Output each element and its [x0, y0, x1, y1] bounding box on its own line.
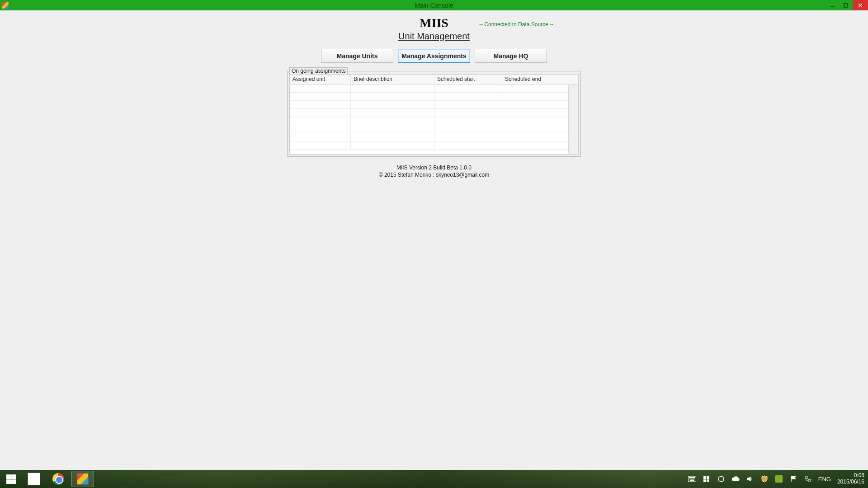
footer-version: MIIS Version 2 Build Beta 1.0.0 — [0, 164, 868, 171]
minimize-icon — [830, 3, 835, 8]
window-title: Main Console — [415, 2, 453, 9]
tray-network-icon[interactable] — [804, 475, 812, 483]
manage-hq-button[interactable]: Manage HQ — [475, 49, 547, 63]
col-scheduled-start[interactable]: Scheduled start — [434, 75, 502, 84]
page-header: MIIS -- Connected to Data Source -- Unit… — [0, 10, 868, 42]
tray-cloud-icon[interactable] — [731, 475, 740, 483]
table-row[interactable] — [290, 141, 568, 150]
svg-rect-15 — [808, 479, 811, 481]
tray-flag-icon[interactable] — [789, 475, 797, 483]
footer-text: MIIS Version 2 Build Beta 1.0.0 © 2015 S… — [0, 164, 868, 178]
manage-hq-label: Manage HQ — [493, 52, 528, 60]
manage-assignments-button[interactable]: Manage Assignments — [398, 49, 470, 63]
grid-header: Assigned unit Brief describtion Schedule… — [290, 75, 578, 84]
chrome-icon — [52, 473, 64, 485]
tray-volume-icon[interactable] — [746, 475, 754, 483]
taskbar-right: ENG 0:06 2015/06/16 — [688, 473, 868, 485]
manage-assignments-label: Manage Assignments — [401, 52, 466, 60]
assignments-grid[interactable]: Assigned unit Brief describtion Schedule… — [289, 74, 579, 155]
table-row[interactable] — [290, 109, 568, 117]
svg-rect-1 — [844, 4, 848, 7]
manage-units-button[interactable]: Manage Units — [321, 49, 393, 63]
connection-status: -- Connected to Data Source -- — [479, 21, 553, 28]
table-row[interactable] — [290, 101, 568, 109]
tab-row: Manage Units Manage Assignments Manage H… — [0, 49, 868, 63]
windows-logo-icon — [6, 474, 16, 484]
manage-units-label: Manage Units — [336, 52, 377, 60]
taskbar-app-filemanager[interactable]: 🗄 — [23, 471, 45, 487]
close-icon — [858, 3, 863, 8]
start-button[interactable] — [1, 471, 21, 487]
svg-rect-8 — [693, 477, 694, 478]
filemanager-icon: 🗄 — [28, 473, 40, 485]
grid-rows — [290, 84, 568, 154]
taskbar-app-chrome[interactable] — [47, 471, 70, 487]
footer-copyright: © 2015 Stefan Monko : skyneo13@gmail.com — [0, 171, 868, 178]
minimize-button[interactable] — [826, 0, 839, 10]
svg-rect-14 — [805, 477, 807, 479]
table-row[interactable] — [290, 117, 568, 125]
tray-nvidia-icon[interactable] — [775, 475, 783, 483]
svg-rect-10 — [690, 480, 694, 481]
taskbar-app-miis[interactable] — [71, 471, 94, 487]
table-row[interactable] — [290, 125, 568, 133]
table-row[interactable] — [290, 93, 568, 101]
svg-rect-6 — [690, 477, 691, 478]
col-scheduled-end[interactable]: Scheduled end — [502, 75, 578, 84]
close-button[interactable] — [853, 0, 868, 10]
grid-vertical-scrollbar[interactable] — [568, 84, 578, 154]
window-controls — [826, 0, 868, 10]
svg-rect-4 — [688, 476, 696, 482]
language-indicator[interactable]: ENG — [818, 476, 831, 483]
clock-date: 2015/06/16 — [837, 479, 864, 485]
miis-app-icon — [77, 473, 89, 485]
page-subtitle: Unit Management — [0, 31, 868, 42]
svg-rect-9 — [694, 477, 695, 478]
maximize-button[interactable] — [839, 0, 853, 10]
client-area: MIIS -- Connected to Data Source -- Unit… — [0, 10, 868, 470]
clock-time: 0:06 — [837, 473, 864, 479]
table-row[interactable] — [290, 133, 568, 141]
tray-shield-icon[interactable] — [760, 475, 769, 483]
ongoing-assignments-groupbox: On going assignments Assigned unit Brief… — [287, 71, 581, 157]
app-icon — [2, 2, 9, 9]
taskbar-left: 🗄 — [0, 471, 94, 487]
svg-rect-7 — [692, 477, 693, 478]
groupbox-label: On going assignments — [289, 67, 348, 75]
grid-body — [290, 84, 578, 154]
taskbar-clock[interactable]: 0:06 2015/06/16 — [837, 473, 864, 485]
svg-rect-5 — [689, 477, 690, 478]
tray-windows-icon[interactable] — [703, 475, 711, 483]
taskbar: 🗄 — [0, 470, 868, 488]
app-title: MIIS — [420, 16, 448, 30]
tray-sync-icon[interactable] — [717, 475, 725, 483]
keyboard-icon[interactable] — [688, 475, 696, 483]
svg-point-11 — [718, 476, 724, 482]
col-assigned-unit[interactable]: Assigned unit — [290, 75, 351, 84]
table-row[interactable] — [290, 84, 568, 93]
svg-rect-12 — [776, 476, 782, 482]
maximize-icon — [843, 3, 849, 8]
window-titlebar: Main Console — [0, 0, 868, 10]
col-brief-description[interactable]: Brief describtion — [351, 75, 434, 84]
